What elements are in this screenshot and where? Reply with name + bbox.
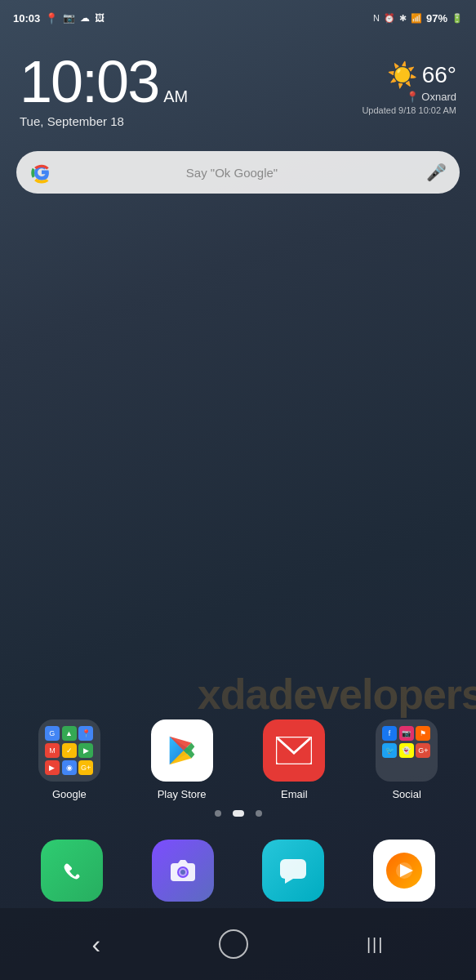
weather-location: 📍 Oxnard [362,91,456,103]
email-envelope-icon [276,737,312,764]
instagram-mini-icon: 📷 [399,726,414,741]
sun-icon: ☀️ [387,60,417,89]
keep-mini-icon: ✓ [62,743,77,758]
gplus-mini-icon: G+ [78,760,93,775]
email-label: Email [281,788,308,800]
svg-point-5 [180,870,185,875]
social-folder-icon[interactable]: f 📷 ⚑ 🐦 👻 G+ [376,719,438,782]
google-search-bar[interactable]: Say "Ok Google" 🎤 [16,151,460,194]
chrome-mini-icon: ◉ [62,760,77,775]
gplus-mini2-icon: G+ [416,743,430,758]
google-label: Google [52,788,87,800]
gmail-mini-icon: M [45,743,60,758]
location-pin-icon: 📍 [45,12,58,24]
chat-bubble-icon [277,854,309,887]
dock-music-icon[interactable] [373,840,435,902]
status-left: 10:03 📍 📷 ☁ 🖼 [13,12,105,24]
nav-dots [0,810,476,817]
weather-temperature: 66° [422,62,456,88]
dock-camera-icon[interactable] [152,840,214,902]
email-icon[interactable] [263,719,325,782]
search-bar-container[interactable]: Say "Ok Google" 🎤 [0,128,476,194]
facebook-mini-icon: f [382,726,397,741]
meet-mini-icon: ▶ [78,743,93,758]
battery-icon: 🔋 [452,13,463,24]
playstore-label: Play Store [158,788,207,800]
play-store-icon[interactable] [151,719,213,782]
signal-bars-icon: 📶 [411,13,422,24]
camera-lens-icon [167,855,198,886]
maps-mini-icon: 📍 [78,726,93,741]
back-button[interactable]: ‹ [75,921,117,968]
svg-rect-6 [280,859,306,879]
clock-ampm: AM [163,87,188,106]
nfc-icon: N [373,13,380,23]
status-bar: 10:03 📍 📷 ☁ 🖼 N ⏰ ✱ 📶 97% 🔋 [0,0,476,29]
drive-mini-icon: ▲ [62,726,77,741]
home-button[interactable] [219,929,248,959]
music-play-icon [385,852,423,889]
alarm-icon: ⏰ [384,13,395,24]
watermark: xdadevelopers [198,670,476,719]
google-folder-icon[interactable]: G ▲ 📍 M ✓ ▶ ▶ ◉ G+ [38,719,100,782]
app-row: G ▲ 📍 M ✓ ▶ ▶ ◉ G+ Google [0,719,476,800]
gallery-icon: 🖼 [95,12,105,24]
dock [0,840,476,902]
location-icon: 📍 [406,91,419,103]
clock-weather-section: 10:03 AM Tue, September 18 ☀️ 66° 📍 Oxna… [0,38,476,128]
mic-icon[interactable]: 🎤 [426,163,447,182]
nav-dot-1 [215,810,221,817]
dock-messages-icon[interactable] [262,840,324,902]
youtube-mini-icon: ▶ [45,760,60,775]
snapchat-mini-icon: 👻 [399,743,414,758]
battery-percent: 97% [426,12,447,24]
dock-phone-icon[interactable] [41,840,103,902]
status-time: 10:03 [13,12,40,24]
clock-section: 10:03 AM Tue, September 18 [20,52,188,128]
app-item-google[interactable]: G ▲ 📍 M ✓ ▶ ▶ ◉ G+ Google [33,719,106,800]
status-right: N ⏰ ✱ 📶 97% 🔋 [373,12,463,24]
weather-updated: Updated 9/18 10:02 AM [362,105,456,115]
app-item-playstore[interactable]: Play Store [145,719,219,800]
nav-dot-2-active [233,810,244,817]
clock-time: 10:03 [20,52,158,111]
google-mini-icon: G [45,726,60,741]
reddit-mini-icon: ⚑ [416,726,430,741]
google-g-icon [29,160,54,185]
bluetooth-icon: ✱ [399,13,407,24]
nav-dot-3 [256,810,262,817]
twitter-mini-icon: 🐦 [382,743,397,758]
weather-icon: ☁ [80,12,90,24]
bottom-nav: ‹ ||| [0,908,476,980]
play-store-svg [163,732,201,769]
clock-date: Tue, September 18 [20,114,188,128]
weather-section: ☀️ 66° 📍 Oxnard Updated 9/18 10:02 AM [362,52,456,115]
phone-handset-icon [57,856,87,885]
recents-button[interactable]: ||| [350,927,401,962]
social-label: Social [392,788,420,800]
instagram-icon: 📷 [63,12,75,24]
search-hint: Say "Ok Google" [62,166,402,180]
app-item-email[interactable]: Email [257,719,331,800]
app-item-social[interactable]: f 📷 ⚑ 🐦 👻 G+ Social [370,719,443,800]
